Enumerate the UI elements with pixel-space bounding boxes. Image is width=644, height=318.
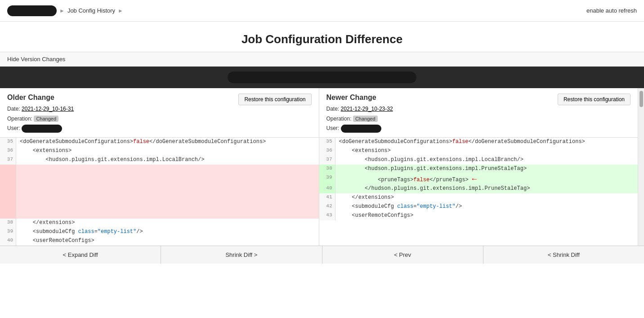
older-panel-info: Older Change Date: 2021-12-29_10-16-31 O… (7, 94, 74, 134)
page-title-area: Job Configuration Difference (0, 22, 644, 52)
line-number: 43 (319, 211, 335, 220)
table-row: 38 </extensions> (0, 219, 319, 228)
newer-date-link[interactable]: 2021-12-29_10-23-32 (341, 106, 393, 112)
table-row: 42 <submoduleCfg class="empty-list"/> (319, 202, 638, 211)
hide-version-label: Hide Version Changes (7, 56, 65, 63)
older-restore-button[interactable]: Restore this configuration (238, 94, 311, 105)
line-number (0, 183, 16, 201)
older-change-panel: Older Change Date: 2021-12-29_10-16-31 O… (0, 88, 319, 246)
table-row (0, 183, 319, 201)
table-row: 37 <hudson.plugins.git.extensions.impl.L… (0, 156, 319, 165)
line-number (0, 201, 16, 219)
breadcrumb: ► Job Config History ► (7, 5, 586, 16)
newer-date-label: Date: (326, 106, 340, 112)
page-title: Job Configuration Difference (7, 32, 637, 46)
table-row: 37 <hudson.plugins.git.extensions.impl.L… (319, 156, 638, 165)
line-content: <userRemoteConfigs> (16, 237, 319, 246)
line-number: 37 (0, 156, 16, 165)
line-content: <extensions> (16, 147, 319, 156)
table-row: 35<doGenerateSubmoduleConfigurations>fal… (319, 138, 638, 147)
table-row: 35<doGenerateSubmoduleConfigurations>fal… (0, 138, 319, 147)
arrow-indicator-icon: ← (472, 175, 477, 184)
bottom-action-button-1[interactable]: Shrink Diff > (161, 246, 322, 264)
line-content: <hudson.plugins.git.extensions.impl.Loca… (335, 156, 638, 165)
diff-area: Older Change Date: 2021-12-29_10-16-31 O… (0, 88, 644, 246)
line-content: <pruneTags>false</pruneTags>← (335, 174, 638, 184)
newer-panel-header: Newer Change Date: 2021-12-29_10-23-32 O… (319, 88, 638, 138)
newer-operation-badge: Changed (353, 116, 378, 122)
newer-panel-meta: Date: 2021-12-29_10-23-32 Operation: Cha… (326, 104, 393, 134)
line-content: </extensions> (335, 193, 638, 202)
older-user-blob (22, 125, 62, 133)
older-date-link[interactable]: 2021-12-29_10-16-31 (22, 106, 74, 112)
hide-version-changes-bar[interactable]: Hide Version Changes (0, 52, 644, 67)
line-content: <hudson.plugins.git.extensions.impl.Prun… (335, 165, 638, 174)
table-row: 40 </hudson.plugins.git.extensions.impl.… (319, 184, 638, 193)
line-number: 42 (319, 202, 335, 211)
line-number: 35 (319, 138, 335, 147)
line-number: 35 (0, 138, 16, 147)
newer-diff-code: 35<doGenerateSubmoduleConfigurations>fal… (319, 138, 638, 220)
line-content (16, 183, 319, 201)
line-number: 36 (0, 147, 16, 156)
line-content: <extensions> (335, 147, 638, 156)
newer-panel-info: Newer Change Date: 2021-12-29_10-23-32 O… (326, 94, 393, 134)
table-row: 39 <pruneTags>false</pruneTags>← (319, 174, 638, 184)
older-operation-row: Operation: Changed (7, 114, 74, 124)
newer-operation-label: Operation: (326, 116, 352, 122)
line-content: <doGenerateSubmoduleConfigurations>false… (335, 138, 638, 147)
diff-vertical-scrollbar[interactable] (638, 88, 644, 246)
older-diff-code: 35<doGenerateSubmoduleConfigurations>fal… (0, 138, 319, 246)
bottom-action-button-0[interactable]: < Expand Diff (0, 246, 161, 264)
older-panel-header: Older Change Date: 2021-12-29_10-16-31 O… (0, 88, 319, 138)
line-content (16, 165, 319, 183)
line-content (16, 201, 319, 219)
line-number: 40 (0, 237, 16, 246)
home-nav-blob[interactable] (7, 5, 57, 16)
newer-user-row: User: (326, 124, 393, 134)
table-row: 38 <hudson.plugins.git.extensions.impl.P… (319, 165, 638, 174)
newer-date-row: Date: 2021-12-29_10-23-32 (326, 104, 393, 114)
table-row: 41 </extensions> (319, 193, 638, 202)
bottom-action-button-2[interactable]: < Prev (322, 246, 483, 264)
dark-header-bar (0, 67, 644, 88)
newer-user-label: User: (326, 125, 340, 131)
line-number: 38 (319, 165, 335, 174)
line-content: <submoduleCfg class="empty-list"/> (16, 228, 319, 237)
line-content: <hudson.plugins.git.extensions.impl.Loca… (16, 156, 319, 165)
older-change-heading: Older Change (7, 94, 74, 102)
scroll-handle[interactable] (640, 91, 643, 107)
bottom-action-button-3[interactable]: < Shrink Diff (483, 246, 644, 264)
line-number: 40 (319, 184, 335, 193)
newer-change-panel: Newer Change Date: 2021-12-29_10-23-32 O… (319, 88, 638, 246)
line-content: <submoduleCfg class="empty-list"/> (335, 202, 638, 211)
line-content: </hudson.plugins.git.extensions.impl.Pru… (335, 184, 638, 193)
newer-change-heading: Newer Change (326, 94, 393, 102)
older-operation-badge: Changed (34, 116, 58, 122)
line-number: 38 (0, 219, 16, 228)
line-number (0, 165, 16, 183)
line-content: </extensions> (16, 219, 319, 228)
line-content: <userRemoteConfigs> (335, 211, 638, 220)
breadcrumb-chevron-1: ► (59, 8, 65, 14)
table-row: 39 <submoduleCfg class="empty-list"/> (0, 228, 319, 237)
older-date-row: Date: 2021-12-29_10-16-31 (7, 104, 74, 114)
newer-restore-button[interactable]: Restore this configuration (558, 94, 631, 105)
line-content: <doGenerateSubmoduleConfigurations>false… (16, 138, 319, 147)
table-row: 36 <extensions> (0, 147, 319, 156)
line-number: 41 (319, 193, 335, 202)
bottom-action-bar: < Expand DiffShrink Diff >< Prev< Shrink… (0, 246, 644, 264)
table-row: 43 <userRemoteConfigs> (319, 211, 638, 220)
table-row: 40 <userRemoteConfigs> (0, 237, 319, 246)
auto-refresh-link[interactable]: enable auto refresh (586, 7, 637, 14)
table-row (0, 201, 319, 219)
diff-panels: Older Change Date: 2021-12-29_10-16-31 O… (0, 88, 638, 246)
line-number: 39 (0, 228, 16, 237)
newer-operation-row: Operation: Changed (326, 114, 393, 124)
breadcrumb-chevron-2: ► (118, 8, 123, 14)
older-date-label: Date: (7, 106, 20, 112)
header-redacted-blob (228, 72, 416, 83)
older-user-row: User: (7, 124, 74, 134)
job-config-history-link[interactable]: Job Config History (67, 7, 115, 14)
older-operation-label: Operation: (7, 116, 32, 122)
